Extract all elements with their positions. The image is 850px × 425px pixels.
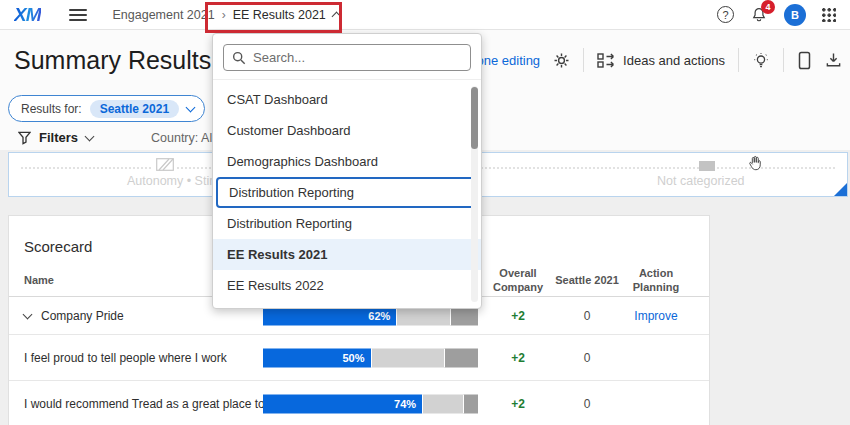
column-header-name: Name bbox=[24, 273, 54, 287]
neutral-segment bbox=[422, 394, 463, 413]
breadcrumb-separator: › bbox=[222, 8, 226, 22]
search-input[interactable] bbox=[253, 50, 462, 65]
seattle-2021-value: 0 bbox=[547, 309, 627, 323]
dashboard-option[interactable]: CSAT Dashboard bbox=[213, 84, 481, 115]
grab-hand-cursor-icon bbox=[747, 154, 764, 172]
widget-placeholder-block bbox=[699, 161, 715, 171]
gear-icon bbox=[553, 52, 570, 69]
dropdown-search[interactable] bbox=[223, 44, 471, 71]
settings-button[interactable] bbox=[553, 52, 570, 69]
results-for-label: Results for: bbox=[21, 102, 82, 116]
row-name: I would recommend Tread as a great place… bbox=[24, 397, 293, 411]
page-title: Summary Results bbox=[14, 46, 211, 75]
results-for-selector[interactable]: Results for: Seattle 2021 bbox=[8, 95, 205, 122]
toolbar-divider bbox=[738, 48, 739, 72]
dashboard-dropdown: CSAT Dashboard Customer Dashboard Demogr… bbox=[212, 33, 482, 309]
notification-badge: 4 bbox=[761, 0, 775, 14]
favorable-segment: 50% bbox=[263, 348, 371, 367]
overall-company-value: +2 bbox=[478, 397, 558, 411]
seattle-2021-value: 0 bbox=[547, 397, 627, 411]
hamburger-menu-icon[interactable] bbox=[69, 9, 87, 21]
unfavorable-segment bbox=[463, 394, 478, 413]
seattle-2021-value: 0 bbox=[547, 351, 627, 365]
toolbar-divider bbox=[783, 48, 784, 72]
dropdown-scrollbar-thumb[interactable] bbox=[471, 87, 478, 149]
breadcrumb-dashboard-selector[interactable]: EE Results 2021 bbox=[233, 8, 340, 22]
scorecard-title: Scorecard bbox=[24, 238, 92, 255]
row-name: Company Pride bbox=[24, 309, 124, 323]
app-grid-icon[interactable] bbox=[822, 8, 836, 22]
row-label: I would recommend Tread as a great place… bbox=[24, 397, 293, 411]
dashboard-app: XM Engagement 2021 › EE Results 2021 ? 4… bbox=[0, 0, 850, 425]
overall-company-value: +2 bbox=[478, 309, 558, 323]
breadcrumb-current-label: EE Results 2021 bbox=[233, 8, 326, 22]
not-categorized-label: Not categorized bbox=[657, 174, 745, 188]
ideas-and-actions-icon bbox=[597, 52, 616, 69]
favorability-bar: 74% bbox=[263, 394, 478, 413]
row-label: Company Pride bbox=[41, 309, 124, 323]
unfavorable-segment bbox=[444, 348, 478, 367]
xm-logo[interactable]: XM bbox=[14, 4, 41, 26]
dashboard-option[interactable]: Customer Dashboard bbox=[213, 115, 481, 146]
lightbulb-icon bbox=[752, 51, 770, 70]
chevron-down-icon bbox=[85, 131, 95, 141]
improve-link[interactable]: Improve bbox=[616, 309, 696, 323]
funnel-icon bbox=[18, 131, 31, 145]
results-for-value: Seattle 2021 bbox=[90, 100, 179, 118]
favorable-segment: 74% bbox=[263, 394, 422, 413]
search-icon bbox=[232, 51, 246, 65]
filters-button[interactable]: Filters bbox=[18, 130, 93, 145]
download-icon bbox=[825, 51, 842, 69]
toolbar-divider bbox=[583, 48, 584, 72]
column-header-overall-company: Overall Company bbox=[478, 266, 558, 295]
export-button[interactable] bbox=[825, 51, 842, 69]
top-bar: XM Engagement 2021 › EE Results 2021 ? 4… bbox=[0, 0, 850, 30]
table-row[interactable]: I feel proud to tell people where I work… bbox=[9, 335, 709, 381]
country-filter-label: Country: All bbox=[151, 131, 215, 145]
neutral-segment bbox=[371, 348, 444, 367]
column-header-action-planning: Action Planning bbox=[616, 266, 696, 295]
image-placeholder-icon bbox=[153, 158, 177, 171]
help-icon[interactable]: ? bbox=[717, 6, 734, 23]
ideas-and-actions-button[interactable]: Ideas and actions bbox=[597, 52, 725, 69]
widget-resize-corner[interactable] bbox=[834, 183, 847, 196]
dashboard-option[interactable]: Distribution Reporting bbox=[213, 208, 481, 239]
dashboard-option[interactable]: Demographics Dashboard bbox=[213, 146, 481, 177]
favorability-bar: 50% bbox=[263, 348, 478, 367]
overall-company-value: +2 bbox=[478, 351, 558, 365]
mobile-preview-button[interactable] bbox=[797, 51, 812, 70]
dashboard-list: CSAT Dashboard Customer Dashboard Demogr… bbox=[213, 80, 481, 301]
filters-row: Filters Country: All bbox=[18, 130, 228, 145]
avatar[interactable]: B bbox=[784, 4, 806, 26]
scorecard-rows: Company Pride 62% +2 0 Improve I feel pr… bbox=[9, 297, 709, 425]
breadcrumb-project[interactable]: Engagement 2021 bbox=[113, 8, 215, 22]
insights-button[interactable] bbox=[752, 51, 770, 70]
mobile-phone-icon bbox=[797, 51, 812, 70]
dashboard-option-selected[interactable]: EE Results 2021 bbox=[213, 239, 481, 270]
dashboard-option[interactable]: EE Results 2022 bbox=[213, 270, 481, 301]
topbar-actions: ? 4 B bbox=[717, 4, 850, 26]
table-row[interactable]: I would recommend Tread as a great place… bbox=[9, 381, 709, 425]
filters-label: Filters bbox=[39, 130, 78, 145]
chevron-down-icon bbox=[186, 102, 196, 112]
row-name: I feel proud to tell people where I work bbox=[24, 351, 227, 365]
row-label: I feel proud to tell people where I work bbox=[24, 351, 227, 365]
notifications-button[interactable]: 4 bbox=[750, 6, 768, 24]
ideas-and-actions-label: Ideas and actions bbox=[623, 53, 725, 68]
toolbar: Done editing bbox=[467, 48, 842, 72]
chevron-up-icon bbox=[331, 12, 341, 22]
chevron-down-icon[interactable] bbox=[23, 309, 33, 319]
column-header-seattle-2021: Seattle 2021 bbox=[547, 273, 627, 287]
dashboard-option-focused[interactable]: Distribution Reporting bbox=[216, 177, 478, 208]
